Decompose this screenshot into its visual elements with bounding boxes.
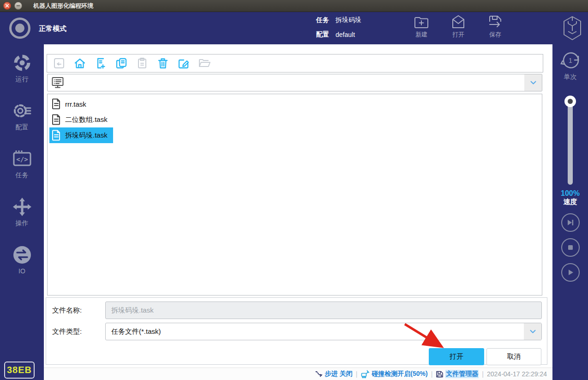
header-meta: 任务 拆垛码垛 配置 default (316, 16, 361, 45)
step-mode-label: 步进 关闭 (325, 370, 353, 378)
code-window-icon: </> (12, 149, 32, 169)
new-task-label: 新建 (415, 30, 427, 39)
document-icon (52, 114, 61, 125)
file-row[interactable]: rrr.task (48, 96, 541, 112)
app-logo (562, 16, 582, 42)
slider-knob-dot (568, 99, 573, 104)
rename-button[interactable] (178, 57, 190, 69)
config-label: 配置 (316, 30, 329, 39)
folder-back-icon (53, 57, 65, 69)
sidebar-item-config[interactable]: 配置 (12, 101, 32, 132)
trash-icon (157, 57, 169, 69)
file-row[interactable]: 二位数组.task (48, 112, 541, 127)
sidebar-item-label: IO (18, 267, 25, 275)
step-arrow-icon (315, 370, 323, 378)
run-icon (12, 53, 32, 73)
open-button[interactable]: 打开 (429, 348, 484, 365)
mode-indicator[interactable] (9, 18, 30, 39)
open-task-button[interactable]: 打开 (443, 14, 474, 39)
window-title: 机器人图形化编程环境 (33, 2, 93, 10)
collision-detect-label: 碰撞检测开启(50%) (372, 370, 427, 378)
dialog-form: 文件名称: 文件类型: 任务文件(*.task) 打开 取消 (46, 297, 547, 365)
paste-button[interactable] (136, 57, 148, 69)
new-folder-icon (414, 14, 429, 29)
collision-detect-toggle[interactable]: 碰撞检测开启(50%) (360, 370, 427, 378)
filetype-label: 文件类型: (52, 327, 82, 336)
single-count: 1 (569, 57, 572, 64)
delete-button[interactable] (157, 57, 169, 69)
minimize-icon (16, 4, 20, 8)
file-list: rrr.task 二位数组.task 拆 (47, 94, 542, 296)
single-cycle-label: 单次 (564, 73, 577, 81)
cube-logo-icon (562, 16, 582, 41)
new-file-button[interactable] (95, 57, 107, 69)
save-task-button[interactable]: 保存 (480, 14, 510, 39)
statusbar-separator: | (431, 370, 433, 378)
titlebar: 机器人图形化编程环境 (0, 0, 588, 12)
new-task-button[interactable]: 新建 (406, 14, 437, 39)
document-icon (52, 98, 61, 109)
sidebar-item-label: 任务 (16, 171, 29, 180)
move-arrows-icon (12, 197, 32, 217)
task-value: 拆垛码垛 (336, 16, 361, 24)
close-button[interactable] (3, 2, 11, 10)
location-dropdown[interactable] (47, 74, 542, 91)
header-bar: 正常模式 任务 拆垛码垛 配置 default 新建 (0, 12, 588, 44)
statusbar-separator: | (356, 370, 358, 378)
step-forward-button[interactable] (561, 213, 580, 232)
new-file-icon (95, 57, 107, 69)
task-label: 任务 (316, 16, 329, 24)
close-icon (5, 4, 9, 8)
sidebar-item-label: 运行 (16, 75, 29, 84)
speed-value: 100% (552, 189, 588, 198)
mode-dot-icon (15, 24, 24, 33)
status-badge[interactable]: 38EB (4, 362, 35, 379)
play-button[interactable] (561, 263, 580, 282)
file-name: rrr.task (65, 100, 86, 108)
sidebar-item-operate[interactable]: 操作 (12, 197, 32, 228)
speed-slider-knob[interactable] (564, 96, 576, 107)
document-icon (52, 130, 61, 141)
minimize-button[interactable] (14, 2, 22, 10)
stop-icon (566, 243, 575, 252)
sidebar-item-task[interactable]: </> 任务 (12, 149, 32, 180)
go-back-button[interactable] (53, 57, 65, 69)
mode-label: 正常模式 (39, 24, 66, 33)
home-button[interactable] (74, 57, 86, 69)
sidebar-item-run[interactable]: 运行 (12, 53, 32, 84)
statusbar-timestamp: 2024-04-17 22:29:24 (487, 370, 547, 378)
cancel-button[interactable]: 取消 (486, 348, 541, 365)
file-toolbar (47, 54, 543, 72)
chevron-down-icon (530, 330, 536, 333)
sidebar-item-label: 配置 (16, 123, 29, 132)
sidebar-item-io[interactable]: IO (12, 245, 32, 275)
filetype-select[interactable]: 任务文件(*.task) (105, 323, 542, 340)
stop-button[interactable] (561, 238, 580, 257)
open-file-icon (450, 14, 466, 29)
filetype-dropdown-button[interactable] (524, 323, 541, 340)
filename-input[interactable] (105, 302, 542, 319)
copy-button[interactable] (115, 57, 127, 69)
file-dialog: rrr.task 二位数组.task 拆 (44, 44, 552, 368)
save-task-label: 保存 (489, 30, 501, 39)
open-folder-button[interactable] (198, 57, 210, 69)
single-cycle-button[interactable]: 1 单次 (552, 50, 588, 81)
filetype-value: 任务文件(*.task) (111, 327, 161, 336)
edit-icon (178, 57, 190, 69)
speed-label: 速度 (552, 198, 588, 206)
file-name: 二位数组.task (65, 115, 108, 124)
left-sidebar: 运行 配置 </> 任务 操作 (0, 44, 44, 380)
home-icon (74, 57, 86, 69)
speed-slider-track[interactable] (568, 99, 573, 185)
code-glyph: </> (16, 156, 28, 163)
step-mode-toggle[interactable]: 步进 关闭 (315, 370, 353, 378)
file-row-selected[interactable]: 拆垛码垛.task (48, 127, 541, 143)
file-manager-status[interactable]: 文件管理器 (436, 370, 479, 378)
location-dropdown-button[interactable] (524, 74, 542, 91)
speed-readout: 100% 速度 (552, 189, 588, 206)
chevron-down-icon (530, 81, 536, 84)
single-loop-icon: 1 (560, 50, 581, 71)
copy-icon (115, 57, 127, 69)
save-icon (487, 14, 503, 29)
computer-list-icon (51, 76, 64, 89)
